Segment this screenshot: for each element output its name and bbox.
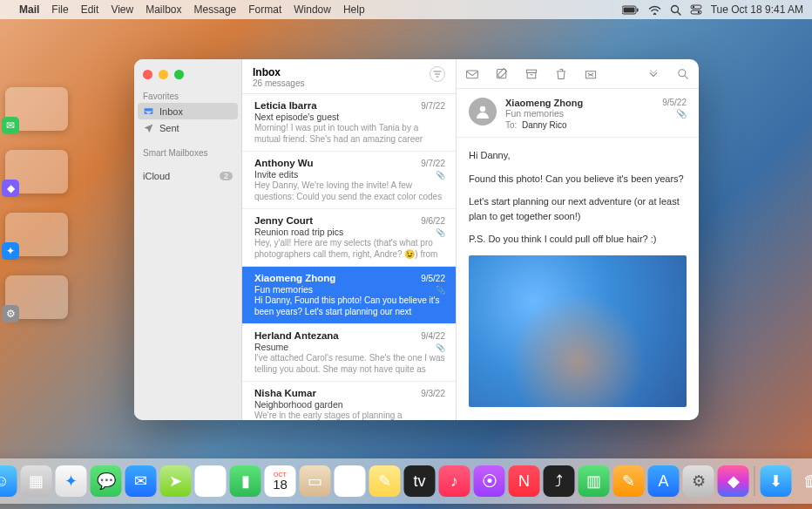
message-date: 9/7/22 [421,101,445,111]
sidebar-section-favorites: Favorites [134,88,241,103]
menubar-datetime[interactable]: Tue Oct 18 9:41 AM [711,3,803,16]
sidebar-inbox-label: Inbox [159,106,183,117]
dock-tv[interactable]: tv [404,465,436,497]
message-list[interactable]: Leticia Ibarra9/7/22Next episode's guest… [242,94,456,420]
zoom-button[interactable] [174,70,184,79]
filter-button[interactable] [430,66,445,82]
dock-safari[interactable]: ✦ [56,465,87,497]
dock-settings[interactable]: ⚙ [683,465,714,497]
attachment-icon: 📎 [436,343,445,352]
shortcuts-icon: ◆ [2,180,19,197]
sidebar-section-smart: Smart Mailboxes [134,145,241,159]
svg-point-15 [679,69,686,76]
svg-rect-12 [527,72,536,78]
message-subject: Reunion road trip pics [254,227,445,237]
message-row[interactable]: Herland Antezana9/4/22ResumeI've attache… [242,324,456,382]
svg-point-8 [698,11,700,13]
dock-calendar[interactable]: OCT18 [265,465,296,497]
mailbox-title: Inbox [253,66,430,78]
menu-view[interactable]: View [111,3,133,16]
message-list-header: Inbox 26 messages [242,59,456,94]
message-subject: Resume [254,342,445,352]
spotlight-icon[interactable] [670,4,681,16]
dock-podcasts[interactable]: ⦿ [474,465,505,497]
dock-finder[interactable]: ☺ [0,465,17,497]
envelope-icon[interactable] [465,67,479,81]
dock-trash[interactable]: 🗑 [795,465,813,497]
menu-mailbox[interactable]: Mailbox [145,3,181,16]
message-sender: Anthony Wu [254,158,314,168]
window-controls [134,64,241,88]
menu-help[interactable]: Help [343,3,365,16]
attached-photo[interactable] [469,255,687,407]
message-list-panel: Inbox 26 messages Leticia Ibarra9/7/22Ne… [242,59,457,420]
body-line: Found this photo! Can you believe it's b… [469,172,687,187]
dock-messages[interactable]: 💬 [91,465,122,497]
reader-header: Xiaomeng Zhong Fun memories To: Danny Ri… [457,89,699,138]
dock-stocks[interactable]: ⤴ [544,465,575,497]
control-center-icon[interactable] [690,4,702,15]
compose-icon[interactable] [495,67,509,81]
dock-downloads[interactable]: ⬇ [761,465,792,497]
stage-thumb-settings[interactable]: ⚙ [5,275,68,319]
battery-icon[interactable] [622,5,639,15]
dock-facetime[interactable]: ▮ [230,465,261,497]
sidebar-item-sent[interactable]: Sent [134,119,241,136]
more-icon[interactable] [646,67,660,81]
stage-thumb-messages[interactable]: ✉︎ [5,87,68,131]
message-row[interactable]: Anthony Wu9/7/22Invite editsHey Danny, W… [242,152,456,209]
trash-icon[interactable] [554,67,568,81]
message-date: 9/6/22 [421,216,445,226]
wifi-icon[interactable] [648,5,661,15]
svg-point-7 [693,6,694,8]
dock-maps[interactable]: ➤ [160,465,192,497]
dock-reminders[interactable]: ☰ [335,465,366,497]
dock-pages[interactable]: ✎ [613,465,645,497]
dock-news[interactable]: N [509,465,540,497]
message-preview: We're in the early stages of planning a … [254,411,445,420]
menubar: Mail File Edit View Mailbox Message Form… [0,0,812,19]
stage-manager-strip: ✉︎ ◆ ✦ ⚙ [5,87,77,319]
message-preview: Hi Danny, Found this photo! Can you beli… [254,295,445,317]
search-icon[interactable] [676,67,690,81]
dock-numbers[interactable]: ▥ [579,465,610,497]
stage-thumb-safari[interactable]: ✦ [5,213,68,256]
sidebar-item-inbox[interactable]: Inbox [138,103,238,119]
close-button[interactable] [143,70,152,79]
sidebar-item-icloud[interactable]: iCloud 2 [134,168,241,184]
dock-mail[interactable]: ✉︎ [125,465,157,497]
dock-notes[interactable]: ✎ [369,465,401,497]
mailbox-subtitle: 26 messages [253,78,430,88]
reader-to-name: Danny Rico [522,120,567,130]
junk-icon[interactable] [584,67,598,81]
body-line: P.S. Do you think I could pull off blue … [469,232,687,247]
dock-contacts[interactable]: ▭ [300,465,331,497]
message-sender: Nisha Kumar [254,388,316,398]
menubar-app-name[interactable]: Mail [19,3,39,16]
menu-edit[interactable]: Edit [81,3,99,16]
dock-launchpad[interactable]: ▦ [21,465,52,497]
attachment-icon: 📎 [436,171,445,180]
dock-appstore[interactable]: A [648,465,680,497]
archive-icon[interactable] [524,67,538,81]
message-row[interactable]: Xiaomeng Zhong9/5/22Fun memoriesHi Danny… [242,267,456,324]
reader-body[interactable]: Hi Danny, Found this photo! Can you beli… [457,138,699,417]
dock-shortcuts[interactable]: ◆ [718,465,749,497]
menu-message[interactable]: Message [194,3,237,16]
dock-music[interactable]: ♪ [439,465,470,497]
menu-file[interactable]: File [51,3,68,16]
reader-subject: Fun memories [505,108,653,119]
message-row[interactable]: Jenny Court9/6/22Reunion road trip picsH… [242,209,456,267]
message-subject: Invite edits [254,169,445,180]
svg-point-17 [480,106,485,112]
menu-format[interactable]: Format [248,3,281,16]
message-row[interactable]: Leticia Ibarra9/7/22Next episode's guest… [242,94,456,152]
stage-thumb-shortcuts[interactable]: ◆ [5,150,68,193]
dock-photos[interactable]: ❀ [195,465,227,497]
reader-date: 9/5/22 [662,98,687,107]
sidebar-icloud-count: 2 [220,172,233,180]
message-row[interactable]: Nisha Kumar9/3/22Neighborhood gardenWe'r… [242,382,456,420]
menu-window[interactable]: Window [294,3,331,16]
minimize-button[interactable] [159,70,168,79]
messages-icon: ✉︎ [2,117,19,134]
